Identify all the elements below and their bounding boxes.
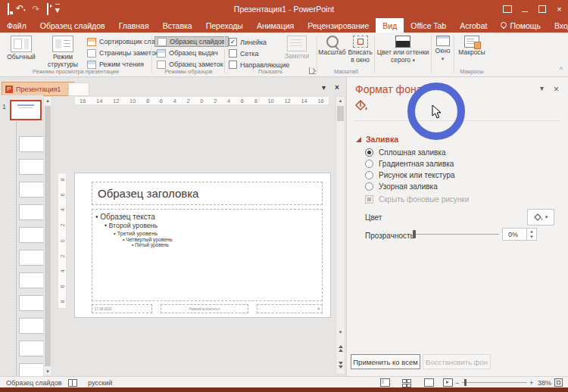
slide-thumbnail-panel: 1 xyxy=(0,95,43,376)
fit-slide-to-window-icon[interactable] xyxy=(554,377,563,388)
tab-help[interactable]: Помощь xyxy=(494,18,548,33)
slide-number-placeholder[interactable]: # xyxy=(257,304,323,313)
reading-view-status-icon[interactable] xyxy=(424,377,434,388)
proofing-icon[interactable] xyxy=(68,377,77,388)
window-title: Презентация1 - PowerPoint xyxy=(0,5,568,14)
layout-thumbnail[interactable] xyxy=(19,272,45,288)
zoom-slider-handle[interactable] xyxy=(464,379,467,386)
next-slide-button[interactable] xyxy=(336,361,345,369)
fill-bucket-icon[interactable] xyxy=(355,100,369,115)
master-slide-thumbnail[interactable] xyxy=(10,100,42,120)
close-button[interactable]: × xyxy=(551,0,568,18)
pane-close-icon[interactable]: × xyxy=(554,84,559,95)
view-status-label[interactable]: Образец слайдов xyxy=(6,377,62,388)
layout-thumbnail[interactable] xyxy=(19,295,45,311)
reset-background-button[interactable]: Восстановить фон xyxy=(423,354,491,369)
tab-review[interactable]: Рецензирование xyxy=(301,18,376,33)
tab-animations[interactable]: Анимация xyxy=(250,18,301,33)
new-document-tab[interactable] xyxy=(68,82,89,96)
solid-fill-radio[interactable]: Сплошная заливка xyxy=(365,148,445,157)
minimize-button[interactable] xyxy=(516,0,533,18)
sign-in-button[interactable]: Вход xyxy=(548,18,568,33)
title-bar: ↶▾ ↷ ▾ Презентация1 - PowerPoint × xyxy=(0,0,568,18)
scrollbar-thumb[interactable] xyxy=(337,106,344,121)
scroll-up-icon[interactable]: ▲ xyxy=(336,97,345,104)
scroll-up-icon[interactable]: ▲ xyxy=(44,97,51,104)
layout-thumbnail[interactable] xyxy=(19,250,45,266)
layout-thumbnail[interactable] xyxy=(19,159,45,175)
slide-sorter-status-icon[interactable] xyxy=(402,377,410,388)
fill-section-header[interactable]: Заливка xyxy=(356,135,398,144)
zoom-in-icon[interactable]: + xyxy=(529,377,533,388)
zoom-slider-track[interactable] xyxy=(462,382,527,383)
radio-icon xyxy=(365,160,373,168)
apply-to-all-button[interactable]: Применить ко всем xyxy=(351,354,420,369)
tab-transitions[interactable]: Переходы xyxy=(199,18,250,33)
transparency-value: 0% xyxy=(503,231,526,238)
tab-close-icon[interactable]: × xyxy=(335,83,339,92)
document-tab[interactable]: P Презентация1 × xyxy=(2,82,74,96)
show-dialog-launcher-icon[interactable] xyxy=(309,67,316,74)
slide-master-button[interactable]: Образец слайдов xyxy=(154,36,229,47)
macros-icon xyxy=(464,36,479,48)
color-picker-button[interactable]: ▾ xyxy=(527,209,554,226)
scrollbar-thumb[interactable] xyxy=(45,106,51,366)
transparency-slider-track[interactable] xyxy=(414,234,499,235)
layout-thumbnail[interactable] xyxy=(19,341,45,356)
editor-scrollbar[interactable]: ▲ ▼ xyxy=(335,96,345,375)
color-grayscale-button[interactable]: Цвет или оттенки серого ▾ xyxy=(376,34,429,73)
bullet-level-5: Пятый уровень xyxy=(132,242,322,247)
reading-view-icon xyxy=(87,61,96,69)
tab-acrobat[interactable]: Acrobat xyxy=(453,18,494,33)
ribbon-display-options-button[interactable] xyxy=(498,0,516,18)
window-button[interactable]: Окно ▾ xyxy=(432,34,453,73)
scroll-down-icon[interactable]: ▼ xyxy=(44,368,51,375)
tab-view[interactable]: Вид xyxy=(376,18,404,33)
gridlines-checkbox[interactable]: Сетка xyxy=(229,48,258,58)
tab-slide-master[interactable]: Образец слайдов xyxy=(33,18,112,33)
footer-placeholder[interactable]: Нижний колонтитул xyxy=(161,304,248,313)
ruler-checkbox[interactable]: ✓ Линейка xyxy=(229,37,267,47)
bullet-level-2: Второй уровень xyxy=(105,222,322,229)
date-placeholder[interactable]: 17.08.2020 xyxy=(92,304,152,313)
spin-up-icon[interactable] xyxy=(530,230,533,232)
layout-thumbnail[interactable] xyxy=(19,136,45,152)
spin-down-icon[interactable] xyxy=(530,236,533,238)
pane-options-dropdown-icon[interactable]: ▾ xyxy=(540,84,544,92)
hide-background-checkbox[interactable]: Скрыть фоновые рисунки xyxy=(365,195,469,204)
layout-thumbnail[interactable] xyxy=(19,204,45,220)
handout-master-button[interactable]: Образец выдач xyxy=(154,48,220,58)
slideshow-status-icon[interactable] xyxy=(443,377,453,388)
tab-insert[interactable]: Вставка xyxy=(156,18,199,33)
picture-texture-fill-radio[interactable]: Рисунок или текстура xyxy=(365,171,455,179)
status-bar: Образец слайдов русский − + 38% xyxy=(0,376,568,388)
layout-thumbnail[interactable] xyxy=(19,182,45,198)
tab-office-tab[interactable]: Office Tab xyxy=(404,18,453,33)
transparency-value-spinner[interactable]: 0% xyxy=(502,228,537,241)
title-placeholder[interactable]: Образец заголовка xyxy=(92,182,323,205)
notes-icon xyxy=(287,36,307,51)
outline-view-icon xyxy=(52,36,73,52)
body-placeholder[interactable]: Образец текста Второй уровень Третий уро… xyxy=(92,209,323,301)
gradient-fill-radio[interactable]: Градиентная заливка xyxy=(365,160,454,168)
pattern-fill-radio[interactable]: Узорная заливка xyxy=(365,182,438,191)
collapse-ribbon-icon[interactable]: ^ xyxy=(560,66,563,73)
normal-view-status-icon[interactable] xyxy=(380,377,390,388)
spinner-arrows[interactable] xyxy=(526,229,536,240)
notes-page-button[interactable]: Страницы заметок xyxy=(85,48,161,58)
transparency-slider-handle[interactable] xyxy=(413,230,416,238)
radio-selected-icon xyxy=(365,148,373,157)
tab-home[interactable]: Главная xyxy=(112,18,156,33)
maximize-button[interactable] xyxy=(533,0,551,18)
language-status[interactable]: русский xyxy=(88,377,112,388)
scroll-down-icon[interactable]: ▼ xyxy=(336,328,345,336)
layout-thumbnail[interactable] xyxy=(19,227,45,243)
tab-list-dropdown-icon[interactable]: ▾ xyxy=(322,83,326,92)
zoom-out-icon[interactable]: − xyxy=(455,377,459,388)
layout-thumbnail[interactable] xyxy=(19,318,45,334)
slide-sorter-icon xyxy=(87,38,96,46)
zoom-level[interactable]: 38% xyxy=(538,377,551,388)
thumbnail-scrollbar[interactable]: ▲ ▼ xyxy=(43,96,52,376)
tab-file[interactable]: Файл xyxy=(0,18,33,33)
previous-slide-button[interactable] xyxy=(336,344,345,353)
